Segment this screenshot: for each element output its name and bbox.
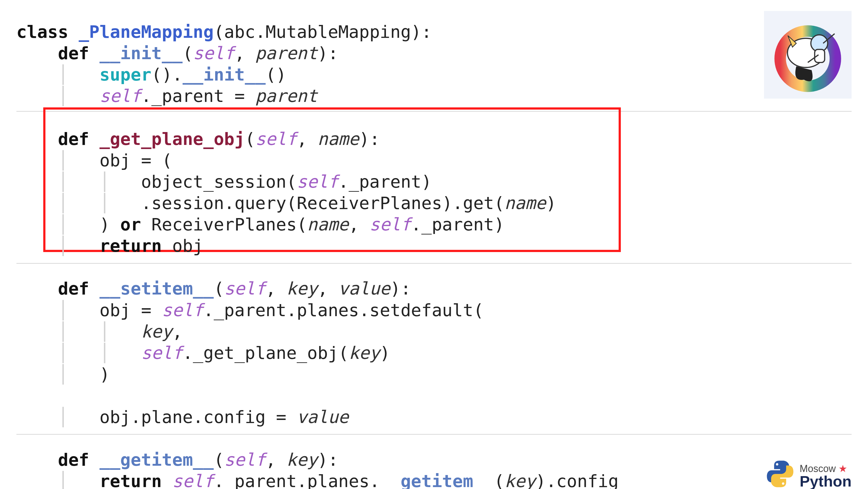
- line: │ obj = (: [17, 150, 172, 170]
- line: class _PlaneMapping(abc.MutableMapping):: [17, 22, 432, 42]
- line: │ │ key,: [17, 322, 183, 342]
- line: def __init__(self, parent):: [17, 43, 338, 63]
- line: def __setitem__(self, key, value):: [17, 279, 411, 298]
- line: [17, 428, 27, 449]
- line: │ ): [17, 364, 110, 384]
- unicorn-astronaut-icon: [764, 11, 851, 98]
- svg-point-5: [782, 483, 784, 485]
- line: │ return obj: [17, 236, 204, 256]
- line: [17, 386, 27, 406]
- moscow-python-logo: Moscow ★ Python: [765, 459, 851, 489]
- line: │ │ object_session(self._parent): [17, 172, 432, 192]
- line: │ return self._parent.planes.__getitem__…: [17, 471, 619, 489]
- logo-text: Moscow ★ Python: [800, 464, 851, 489]
- line: │ obj.plane.config = value: [17, 407, 349, 427]
- line: │ │ .session.query(ReceiverPlanes).get(n…: [17, 193, 556, 213]
- line: │ super().__init__(): [17, 65, 286, 85]
- line: [17, 257, 27, 277]
- line: │ self._parent = parent: [17, 86, 317, 106]
- line: [17, 108, 27, 128]
- code-block: class _PlaneMapping(abc.MutableMapping):…: [17, 0, 619, 489]
- svg-point-4: [776, 463, 778, 465]
- line: │ obj = self._parent.planes.setdefault(: [17, 300, 484, 320]
- slide: class _PlaneMapping(abc.MutableMapping):…: [0, 0, 868, 489]
- line: def __getitem__(self, key):: [17, 450, 338, 470]
- line: │ │ self._get_plane_obj(key): [17, 343, 390, 363]
- line: def _get_plane_obj(self, name):: [17, 129, 380, 149]
- python-logo-icon: [765, 459, 795, 489]
- line: │ ) or ReceiverPlanes(name, self._parent…: [17, 214, 504, 234]
